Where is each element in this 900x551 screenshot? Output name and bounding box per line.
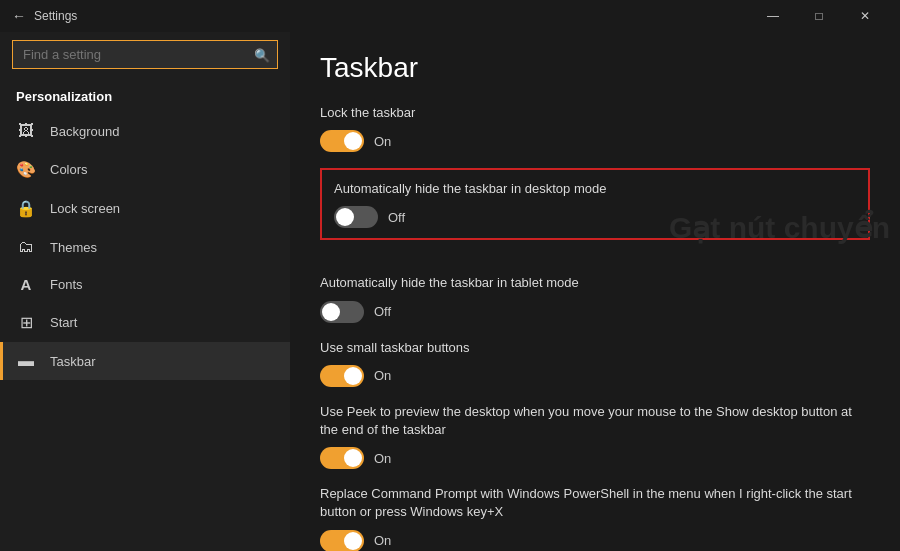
sidebar-item-colors[interactable]: 🎨 Colors <box>0 150 290 189</box>
colors-icon: 🎨 <box>16 160 36 179</box>
toggle-row-powershell: On <box>320 530 870 552</box>
lockscreen-icon: 🔒 <box>16 199 36 218</box>
sidebar-label-start: Start <box>50 315 77 330</box>
toggle-text-lock-taskbar: On <box>374 134 391 149</box>
setting-powershell: Replace Command Prompt with Windows Powe… <box>320 485 870 551</box>
toggle-text-hide-tablet: Off <box>374 304 391 319</box>
toggle-peek-preview[interactable] <box>320 447 364 469</box>
sidebar-label-lockscreen: Lock screen <box>50 201 120 216</box>
title-bar: ← Settings — □ ✕ <box>0 0 900 32</box>
setting-hide-desktop: Automatically hide the taskbar in deskto… <box>320 168 870 240</box>
label-small-buttons: Use small taskbar buttons <box>320 339 870 357</box>
sidebar-item-lockscreen[interactable]: 🔒 Lock screen <box>0 189 290 228</box>
toggle-knob-small-buttons <box>344 367 362 385</box>
toggle-text-small-buttons: On <box>374 368 391 383</box>
sidebar-label-background: Background <box>50 124 119 139</box>
minimize-button[interactable]: — <box>750 0 796 32</box>
start-icon: ⊞ <box>16 313 36 332</box>
search-container: 🔍 <box>12 40 278 69</box>
toggle-knob-powershell <box>344 532 362 550</box>
back-button[interactable]: ← <box>12 8 26 24</box>
label-hide-desktop: Automatically hide the taskbar in deskto… <box>334 180 856 198</box>
fonts-icon: A <box>16 276 36 293</box>
toggle-text-hide-desktop: Off <box>388 210 405 225</box>
toggle-row-hide-tablet: Off <box>320 301 870 323</box>
background-icon: 🖼 <box>16 122 36 140</box>
label-hide-tablet: Automatically hide the taskbar in tablet… <box>320 274 870 292</box>
toggle-powershell[interactable] <box>320 530 364 552</box>
sidebar-label-themes: Themes <box>50 240 97 255</box>
setting-hide-tablet: Automatically hide the taskbar in tablet… <box>320 274 870 322</box>
toggle-row-small-buttons: On <box>320 365 870 387</box>
maximize-button[interactable]: □ <box>796 0 842 32</box>
sidebar-item-taskbar[interactable]: ▬ Taskbar <box>0 342 290 380</box>
window-controls: — □ ✕ <box>750 0 888 32</box>
toggle-knob-lock <box>344 132 362 150</box>
taskbar-icon: ▬ <box>16 352 36 370</box>
page-title: Taskbar <box>320 52 870 84</box>
app-title: Settings <box>34 9 750 23</box>
app-container: 🔍 Personalization 🖼 Background 🎨 Colors … <box>0 32 900 551</box>
toggle-text-peek-preview: On <box>374 451 391 466</box>
content-area: Taskbar Lock the taskbar On Automaticall… <box>290 32 900 551</box>
toggle-small-buttons[interactable] <box>320 365 364 387</box>
label-peek-preview: Use Peek to preview the desktop when you… <box>320 403 870 439</box>
close-button[interactable]: ✕ <box>842 0 888 32</box>
content-wrapper: Taskbar Lock the taskbar On Automaticall… <box>320 52 870 551</box>
sidebar-label-fonts: Fonts <box>50 277 83 292</box>
toggle-row-peek-preview: On <box>320 447 870 469</box>
toggle-row-lock-taskbar: On <box>320 130 870 152</box>
search-input[interactable] <box>12 40 278 69</box>
sidebar-item-start[interactable]: ⊞ Start <box>0 303 290 342</box>
sidebar-section-title: Personalization <box>0 81 290 112</box>
toggle-knob-peek-preview <box>344 449 362 467</box>
label-powershell: Replace Command Prompt with Windows Powe… <box>320 485 870 521</box>
themes-icon: 🗂 <box>16 238 36 256</box>
toggle-row-hide-desktop: Off <box>334 206 856 228</box>
sidebar: 🔍 Personalization 🖼 Background 🎨 Colors … <box>0 32 290 551</box>
toggle-hide-desktop[interactable] <box>334 206 378 228</box>
sidebar-label-taskbar: Taskbar <box>50 354 96 369</box>
sidebar-label-colors: Colors <box>50 162 88 177</box>
setting-lock-taskbar: Lock the taskbar On <box>320 104 870 152</box>
toggle-knob-hide-desktop <box>336 208 354 226</box>
setting-small-buttons: Use small taskbar buttons On <box>320 339 870 387</box>
toggle-text-powershell: On <box>374 533 391 548</box>
sidebar-item-fonts[interactable]: A Fonts <box>0 266 290 303</box>
sidebar-item-themes[interactable]: 🗂 Themes <box>0 228 290 266</box>
label-lock-taskbar: Lock the taskbar <box>320 104 870 122</box>
toggle-knob-hide-tablet <box>322 303 340 321</box>
search-icon: 🔍 <box>254 47 270 62</box>
setting-peek-preview: Use Peek to preview the desktop when you… <box>320 403 870 469</box>
sidebar-item-background[interactable]: 🖼 Background <box>0 112 290 150</box>
toggle-hide-tablet[interactable] <box>320 301 364 323</box>
toggle-lock-taskbar[interactable] <box>320 130 364 152</box>
